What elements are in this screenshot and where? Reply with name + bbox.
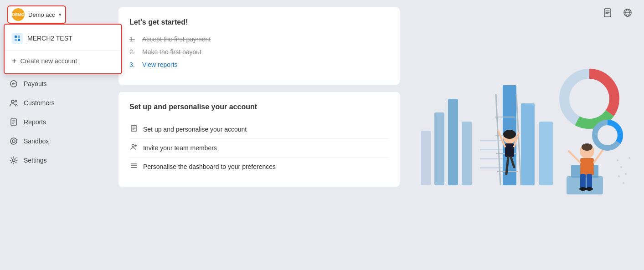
setup-label-1: Set up and personalise your account [143, 126, 247, 133]
task-list: 1. Accept the first payment 2. Make the … [129, 36, 389, 68]
create-account-label: Create new account [21, 57, 77, 65]
sidebar-item-payouts[interactable]: Payouts [4, 75, 106, 93]
setup-item-2[interactable]: Invite your team members [129, 138, 389, 157]
sidebar-item-settings[interactable]: Settings [4, 151, 106, 169]
setup-label-2: Invite your team members [143, 144, 217, 152]
create-account-button[interactable]: + Create new account [5, 52, 121, 70]
svg-rect-3 [18, 39, 20, 41]
svg-point-6 [11, 100, 14, 103]
account-selector[interactable]: DEMO Demo acc ▾ [7, 5, 66, 24]
svg-point-7 [15, 100, 17, 102]
globe-icon-button[interactable] [620, 5, 635, 20]
svg-point-58 [629, 157, 630, 159]
svg-rect-24 [539, 122, 553, 185]
svg-rect-33 [505, 143, 514, 157]
settings-icon [9, 156, 18, 165]
svg-rect-15 [434, 112, 444, 185]
svg-rect-0 [15, 36, 17, 38]
dashboard-illustration [407, 7, 635, 263]
svg-point-59 [617, 159, 618, 161]
account-name-label: Demo acc [28, 11, 55, 18]
svg-rect-23 [521, 103, 535, 185]
sidebar-item-reports[interactable]: Reports [4, 113, 106, 131]
task-item-3[interactable]: 3. View reports [129, 61, 389, 68]
avatar-text: DEMO [12, 12, 25, 17]
document-icon-button[interactable] [600, 5, 615, 20]
chevron-down-icon: ▾ [59, 12, 62, 18]
left-cards: Let's get started! 1. Accept the first p… [118, 7, 400, 263]
dropdown-account-item[interactable]: MERCH2 TEST [5, 28, 121, 48]
reports-icon [9, 117, 18, 127]
merch-icon [12, 33, 23, 44]
sidebar-header: DEMO Demo acc ▾ MERCH2 TEST + [0, 0, 109, 29]
setup-item-3[interactable]: Personalise the dashboard to your prefer… [129, 157, 389, 176]
svg-point-57 [623, 182, 624, 184]
task-label-3: View reports [142, 61, 178, 68]
svg-point-55 [625, 173, 627, 175]
svg-point-45 [579, 187, 587, 191]
svg-rect-16 [448, 99, 458, 185]
sidebar-item-sandbox[interactable]: Sandbox [4, 132, 106, 150]
top-right-icons [600, 5, 635, 20]
svg-point-13 [132, 145, 134, 147]
svg-rect-44 [587, 174, 592, 188]
sidebar-item-label-payouts: Payouts [24, 80, 47, 87]
sidebar-item-label-settings: Settings [24, 157, 47, 164]
task-number-2: 2. [129, 48, 139, 56]
svg-point-54 [620, 166, 622, 168]
sidebar-item-label-sandbox: Sandbox [24, 138, 49, 145]
payouts-icon [9, 79, 18, 88]
setup-icon-2 [129, 143, 139, 153]
setup-list: Set up and personalise your account Invi… [129, 120, 389, 176]
getting-started-card: Let's get started! 1. Accept the first p… [118, 7, 400, 85]
svg-rect-17 [462, 122, 472, 185]
svg-rect-60 [604, 9, 611, 17]
setup-icon-3 [129, 162, 139, 171]
account-avatar: DEMO [12, 8, 25, 21]
task-item-1: 1. Accept the first payment [129, 36, 389, 43]
svg-point-56 [618, 175, 620, 177]
setup-card: Set up and personalise your account Set … [118, 92, 400, 187]
svg-line-47 [569, 151, 580, 163]
setup-icon-1 [129, 125, 139, 134]
svg-rect-14 [421, 131, 431, 185]
sidebar-item-customers[interactable]: Customers [4, 94, 106, 112]
sidebar-item-label-reports: Reports [24, 118, 46, 126]
svg-point-46 [586, 187, 593, 191]
sidebar: DEMO Demo acc ▾ MERCH2 TEST + [0, 0, 109, 270]
svg-point-9 [10, 138, 17, 144]
svg-point-10 [12, 140, 15, 143]
svg-rect-1 [18, 36, 20, 38]
svg-point-32 [503, 130, 516, 139]
sandbox-icon [9, 137, 18, 146]
sidebar-item-label-customers: Customers [24, 99, 55, 107]
setup-title: Set up and personalise your account [129, 103, 389, 111]
task-label-1: Accept the first payment [142, 36, 211, 43]
task-number-3: 3. [129, 61, 139, 68]
task-item-2: 2. Make the first payout [129, 48, 389, 56]
account-dropdown: MERCH2 TEST + Create new account [4, 24, 122, 74]
task-label-2: Make the first payout [142, 48, 201, 56]
svg-point-11 [12, 159, 15, 162]
getting-started-title: Let's get started! [129, 18, 389, 26]
main-content: Let's get started! 1. Accept the first p… [109, 0, 644, 270]
svg-rect-42 [580, 158, 594, 175]
setup-item-1[interactable]: Set up and personalise your account [129, 120, 389, 138]
svg-point-41 [582, 143, 592, 151]
setup-label-3: Personalise the dashboard to your prefer… [143, 163, 276, 170]
dropdown-divider [5, 50, 121, 51]
plus-icon: + [12, 57, 17, 65]
svg-rect-2 [15, 39, 17, 41]
dropdown-account-name: MERCH2 TEST [27, 35, 72, 42]
customers-icon [9, 98, 18, 107]
task-number-1: 1. [129, 36, 139, 43]
cards-row: Let's get started! 1. Accept the first p… [118, 7, 635, 263]
svg-rect-43 [580, 174, 586, 188]
